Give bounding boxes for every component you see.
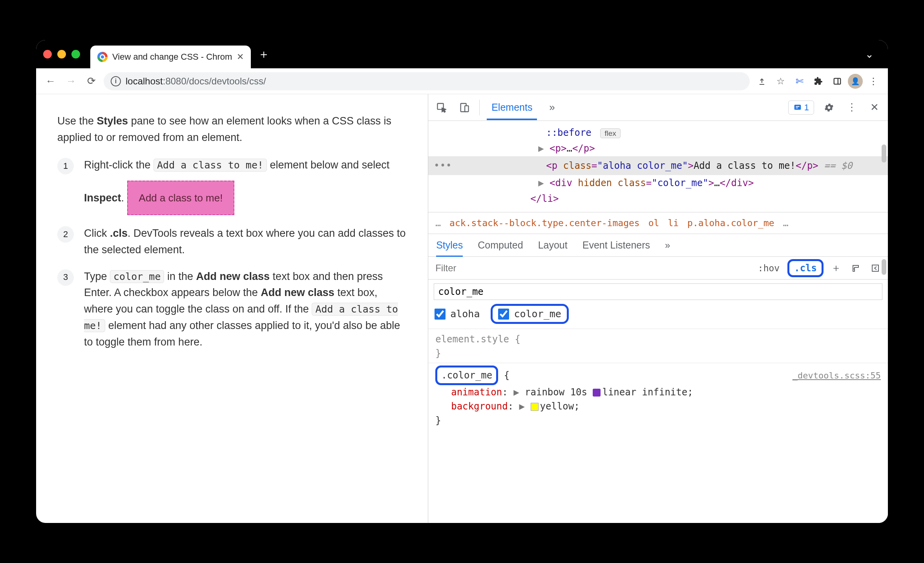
- class-checkbox-color-me[interactable]: color_me: [491, 304, 568, 324]
- elements-tab[interactable]: Elements: [487, 95, 537, 120]
- share-icon[interactable]: [754, 73, 770, 90]
- crumb-overflow-left[interactable]: …: [435, 218, 441, 228]
- browser-toolbar: ← → ⟳ i localhost:8080/docs/devtools/css…: [36, 68, 888, 94]
- maximize-window-button[interactable]: [71, 50, 80, 58]
- step-3: 3 Type color_me in the Add new class tex…: [57, 269, 407, 351]
- inspect-element-icon[interactable]: [434, 100, 449, 115]
- step-1: 1 Right-click the Add a class to me! ele…: [57, 157, 407, 215]
- inline-code: Add a class to me!: [153, 159, 267, 172]
- css-property[interactable]: background: [451, 401, 508, 412]
- site-info-icon[interactable]: i: [111, 76, 121, 86]
- more-styles-tabs-icon[interactable]: »: [665, 240, 670, 251]
- back-button[interactable]: ←: [42, 73, 59, 90]
- add-new-class-input[interactable]: [434, 283, 882, 300]
- device-toggle-icon[interactable]: [457, 100, 472, 115]
- issues-count: 1: [804, 102, 809, 113]
- settings-gear-icon[interactable]: [821, 100, 837, 115]
- reveal-more-icon[interactable]: •••: [434, 159, 452, 173]
- devtools-top-bar: Elements » 1 ⋮ ✕: [428, 94, 888, 121]
- address-bar[interactable]: i localhost:8080/docs/devtools/css/: [104, 72, 750, 90]
- computed-tab[interactable]: Computed: [478, 239, 523, 251]
- chrome-menu-icon[interactable]: ⋮: [865, 73, 882, 90]
- styles-tab[interactable]: Styles: [436, 233, 463, 257]
- svg-rect-4: [465, 106, 468, 112]
- dom-breadcrumb[interactable]: … ack.stack--block.type.center-images ol…: [428, 212, 888, 234]
- close-devtools-icon[interactable]: ✕: [867, 100, 882, 115]
- cls-toggle-button[interactable]: .cls: [787, 259, 824, 277]
- tab-bar: View and change CSS - Chrom ✕ ＋ ⌄: [36, 40, 888, 68]
- color-swatch-icon[interactable]: [531, 403, 539, 411]
- element-style-selector[interactable]: element.style: [435, 334, 509, 345]
- url-text: localhost:8080/docs/devtools/css/: [126, 76, 266, 87]
- close-tab-icon[interactable]: ✕: [237, 52, 244, 62]
- svg-rect-7: [872, 265, 878, 271]
- rule-selector-color-me[interactable]: .color_me: [435, 366, 498, 385]
- class-checkbox-aloha[interactable]: aloha: [435, 308, 480, 320]
- step-2: 2 Click .cls. DevTools reveals a text bo…: [57, 225, 407, 258]
- expand-shorthand-icon[interactable]: ▶: [519, 401, 525, 412]
- chrome-favicon-icon: [97, 52, 108, 62]
- computed-reveal-icon[interactable]: [868, 263, 882, 273]
- crumb-segment[interactable]: ack.stack--block.type.center-images: [449, 218, 640, 228]
- step-number: 3: [57, 269, 74, 286]
- expand-triangle-icon[interactable]: ▶: [538, 177, 544, 188]
- expand-triangle-icon[interactable]: ▶: [538, 143, 544, 154]
- browser-tab[interactable]: View and change CSS - Chrom ✕: [90, 46, 251, 68]
- reload-button[interactable]: ⟳: [83, 73, 100, 90]
- crumb-segment[interactable]: li: [668, 218, 679, 228]
- dom-tree[interactable]: ::before flex ▶ <p>…</p> ••• <p class="a…: [428, 121, 888, 212]
- easing-swatch-icon[interactable]: [593, 389, 601, 397]
- content-area: Use the Styles pane to see how an elemen…: [36, 94, 888, 523]
- checkbox-icon[interactable]: [498, 309, 509, 320]
- expand-shorthand-icon[interactable]: ▶: [513, 387, 519, 398]
- scissors-extension-icon[interactable]: ✄: [791, 73, 808, 90]
- flex-badge[interactable]: flex: [600, 128, 621, 138]
- scrollbar-thumb[interactable]: [882, 144, 886, 163]
- side-panel-icon[interactable]: [829, 73, 845, 90]
- crumb-segment-current[interactable]: p.aloha.color_me: [687, 218, 774, 228]
- devtools-menu-icon[interactable]: ⋮: [844, 100, 860, 115]
- add-class-demo-box[interactable]: Add a class to me!: [127, 181, 235, 215]
- styles-filter-input[interactable]: [428, 257, 750, 279]
- inline-code: color_me: [110, 270, 164, 283]
- hov-toggle-button[interactable]: :hov: [756, 261, 782, 275]
- new-style-rule-icon[interactable]: ＋: [829, 261, 843, 275]
- new-tab-button[interactable]: ＋: [258, 46, 270, 62]
- profile-avatar[interactable]: 👤: [848, 74, 863, 89]
- source-link[interactable]: _devtools.scss:55: [793, 369, 881, 382]
- css-rules-pane[interactable]: element.style { } .color_me { _devtools.…: [428, 329, 888, 435]
- minimize-window-button[interactable]: [57, 50, 66, 58]
- pseudo-before: ::before: [546, 127, 592, 138]
- step-number: 1: [57, 158, 74, 174]
- window-controls: [43, 50, 80, 58]
- styles-filter-row: :hov .cls ＋: [428, 257, 888, 280]
- bookmark-star-icon[interactable]: ☆: [772, 73, 789, 90]
- class-toggles: aloha color_me: [428, 300, 888, 329]
- paint-brush-icon[interactable]: [849, 263, 863, 273]
- checkbox-icon[interactable]: [435, 309, 446, 320]
- close-window-button[interactable]: [43, 50, 52, 58]
- css-property[interactable]: animation: [451, 387, 502, 398]
- crumb-segment[interactable]: ol: [648, 218, 659, 228]
- intro-paragraph: Use the Styles pane to see how an elemen…: [57, 113, 407, 146]
- browser-window: View and change CSS - Chrom ✕ ＋ ⌄ ← → ⟳ …: [36, 40, 888, 523]
- devtools-panel: Elements » 1 ⋮ ✕ ::before flex: [428, 94, 888, 523]
- svg-rect-0: [834, 78, 841, 84]
- tab-overflow-icon[interactable]: ⌄: [865, 48, 874, 60]
- toolbar-actions: ☆ ✄ 👤 ⋮: [754, 73, 882, 90]
- more-tabs-icon[interactable]: »: [544, 100, 560, 115]
- step-number: 2: [57, 226, 74, 243]
- forward-button[interactable]: →: [63, 73, 79, 90]
- layout-tab[interactable]: Layout: [538, 239, 568, 251]
- svg-rect-6: [853, 269, 855, 271]
- selected-dom-node[interactable]: ••• <p class="aloha color_me">Add a clas…: [428, 156, 888, 175]
- crumb-overflow-right[interactable]: …: [783, 218, 789, 228]
- event-listeners-tab[interactable]: Event Listeners: [583, 239, 650, 251]
- tab-title: View and change CSS - Chrom: [112, 52, 232, 62]
- scrollbar-thumb[interactable]: [882, 259, 886, 275]
- styles-tab-bar: Styles Computed Layout Event Listeners »: [428, 234, 888, 257]
- page-content: Use the Styles pane to see how an elemen…: [36, 94, 428, 523]
- extensions-puzzle-icon[interactable]: [810, 73, 827, 90]
- issues-badge[interactable]: 1: [788, 101, 814, 115]
- svg-rect-5: [794, 104, 801, 110]
